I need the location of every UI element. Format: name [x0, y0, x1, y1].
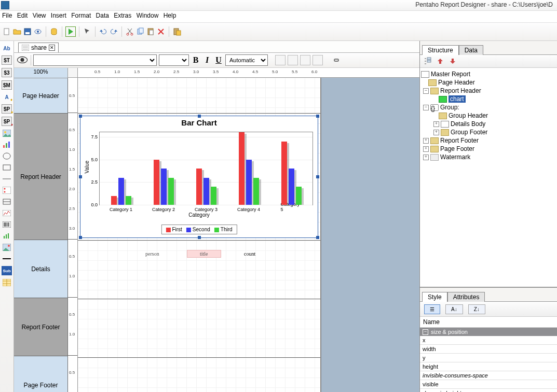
svg-rect-11 — [150, 30, 153, 35]
italic-button[interactable]: I — [202, 55, 212, 65]
rectangle-tool-icon[interactable] — [2, 163, 11, 172]
open-icon[interactable] — [12, 27, 22, 36]
prop-dynamic-height[interactable]: dynamic-height — [420, 389, 557, 392]
run-icon[interactable] — [65, 26, 76, 37]
band-page-header[interactable]: Page Header — [14, 78, 68, 114]
align-justify-icon[interactable] — [313, 55, 323, 65]
section-details[interactable]: person title count — [78, 241, 320, 299]
tree-node-chart[interactable]: chart — [449, 95, 466, 103]
prop-sort-asc-icon[interactable]: A↓ — [445, 304, 463, 314]
resource-msg-tool-icon[interactable]: $P♦ — [2, 117, 12, 126]
resource-label-tool-icon[interactable]: A♦ — [2, 93, 11, 101]
underline-button[interactable]: U — [214, 55, 223, 65]
database-icon[interactable] — [49, 27, 59, 36]
field-count[interactable]: count — [244, 251, 255, 257]
prop-y[interactable]: y — [420, 354, 557, 362]
line-tool-icon[interactable] — [2, 175, 11, 183]
subreport-tool-icon[interactable]: Sub — [2, 266, 12, 275]
currency-field-tool-icon[interactable]: $M — [2, 80, 12, 90]
menu-insert[interactable]: Insert — [51, 12, 66, 19]
prop-visible[interactable]: visible — [420, 380, 557, 389]
align-right-icon[interactable] — [300, 55, 310, 65]
image-tool-icon[interactable] — [2, 129, 11, 137]
menu-format[interactable]: Format — [71, 12, 91, 19]
svg-point-44 — [20, 58, 24, 62]
svg-point-15 — [4, 131, 6, 133]
cut-icon[interactable] — [125, 27, 134, 36]
prop-view-grouped-icon[interactable]: ☰ — [424, 304, 440, 314]
bar-sparkline-tool-icon[interactable] — [2, 232, 11, 240]
chart-tool-icon[interactable] — [2, 141, 11, 149]
close-tab-icon[interactable]: ✕ — [49, 45, 55, 51]
menu-file[interactable]: File — [2, 12, 12, 19]
tab-structure[interactable]: Structure — [422, 45, 459, 55]
redo-icon[interactable] — [109, 27, 118, 36]
align-center-icon[interactable] — [288, 55, 298, 65]
expand-tree-icon[interactable] — [423, 57, 432, 66]
preview-eye-icon[interactable] — [33, 27, 43, 36]
prop-height[interactable]: height — [420, 362, 557, 371]
field-person[interactable]: person — [145, 251, 159, 257]
font-family-select[interactable] — [33, 54, 157, 66]
pointer-icon[interactable] — [83, 27, 92, 36]
menu-edit[interactable]: Edit — [17, 12, 28, 19]
save-icon[interactable] — [23, 27, 32, 36]
band-page-footer[interactable]: Page Footer — [14, 356, 68, 392]
menu-extras[interactable]: Extras — [114, 12, 131, 19]
band-report-header[interactable]: Report Header — [14, 114, 68, 240]
svg-rect-47 — [439, 61, 441, 64]
new-icon[interactable] — [2, 27, 11, 36]
prop-group-size-position[interactable]: −size & position — [420, 328, 557, 336]
table-tool-icon[interactable] — [2, 278, 11, 287]
section-report-footer[interactable] — [78, 299, 320, 358]
label-tool-icon[interactable]: Ab — [2, 44, 11, 52]
move-up-icon[interactable] — [436, 57, 445, 66]
bold-button[interactable]: B — [191, 55, 200, 65]
text-field-tool-icon[interactable]: $T — [2, 55, 12, 65]
structure-toolbar — [420, 55, 557, 68]
menu-data[interactable]: Data — [96, 12, 109, 19]
section-report-header[interactable]: Bar Chart Value 0.02.55.07.5Category 1Ca… — [78, 114, 320, 241]
structure-tree[interactable]: Master Report Page Header −Report Header… — [420, 68, 557, 287]
prop-invisible-consumes-space[interactable]: invisible-consumes-space — [420, 371, 557, 380]
color-select[interactable]: Automatic — [225, 54, 268, 66]
band-report-footer[interactable]: Report Footer — [14, 298, 68, 356]
hyperlink-icon[interactable] — [331, 55, 341, 65]
font-size-select[interactable] — [159, 54, 189, 66]
tab-style[interactable]: Style — [422, 292, 447, 302]
section-page-footer[interactable] — [78, 358, 320, 392]
ellipse-tool-icon[interactable] — [2, 152, 11, 160]
svg-rect-46 — [427, 60, 431, 62]
band-details[interactable]: Details — [14, 240, 68, 298]
barcode-tool-icon[interactable] — [2, 220, 11, 229]
visibility-toggle-icon[interactable] — [16, 55, 29, 65]
align-left-icon[interactable] — [275, 55, 286, 65]
resource-field-tool-icon[interactable]: $P♦ — [2, 104, 12, 114]
delete-icon[interactable] — [156, 27, 166, 36]
copy-icon[interactable] — [135, 27, 145, 36]
number-field-tool-icon[interactable]: $3 — [2, 68, 12, 77]
tab-data[interactable]: Data — [459, 45, 483, 55]
prop-sort-desc-icon[interactable]: Z↓ — [468, 304, 485, 314]
section-page-header[interactable] — [78, 78, 320, 114]
chart-element[interactable]: Bar Chart Value 0.02.55.07.5Category 1Ca… — [80, 116, 318, 238]
menu-help[interactable]: Help — [164, 12, 176, 19]
zoom-label: 100% — [14, 68, 68, 78]
menu-window[interactable]: Window — [137, 12, 159, 19]
hline-tool-icon[interactable] — [2, 255, 11, 263]
paste-icon[interactable] — [146, 27, 155, 36]
field-title[interactable]: title — [187, 250, 221, 258]
clipboard-paste-icon[interactable] — [172, 27, 182, 36]
band-tool-icon[interactable] — [2, 198, 11, 206]
report-canvas[interactable]: 0.51.01.52.02.53.03.54.04.55.05.56.0 Bar… — [78, 68, 419, 392]
prop-width[interactable]: width — [420, 345, 557, 354]
undo-icon[interactable] — [99, 27, 108, 36]
tab-attributes[interactable]: Attributes — [447, 292, 485, 302]
survey-tool-icon[interactable] — [2, 186, 11, 194]
prop-x[interactable]: x — [420, 336, 557, 345]
tab-share[interactable]: share ✕ — [18, 43, 59, 52]
image-url-tool-icon[interactable] — [2, 243, 11, 251]
move-down-icon[interactable] — [448, 57, 457, 66]
sparkline-tool-icon[interactable] — [2, 209, 11, 217]
menu-view[interactable]: View — [33, 12, 46, 19]
